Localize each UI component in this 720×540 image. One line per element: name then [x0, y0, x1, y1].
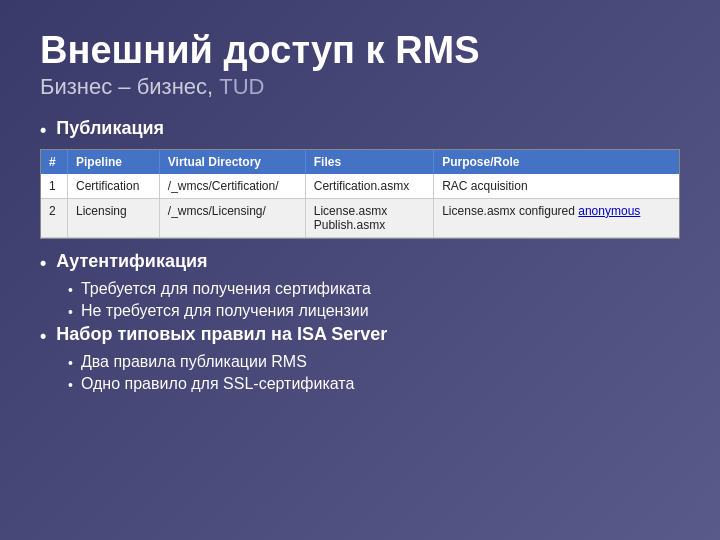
sub-bullet-dot-3: •: [68, 355, 73, 371]
publication-bullet: • Публикация: [40, 118, 680, 141]
rules-bullet: • Набор типовых правил на ISA Server: [40, 324, 680, 347]
row2-num: 2: [41, 198, 68, 237]
subtitle-tud: TUD: [219, 74, 264, 99]
col-virtual-dir: Virtual Directory: [159, 150, 305, 174]
rules-sub1-text: Два правила публикации RMS: [81, 353, 307, 371]
bullet-dot-publication: •: [40, 120, 46, 141]
row2-purpose: License.asmx configured anonymous: [434, 198, 679, 237]
row1-num: 1: [41, 174, 68, 199]
auth-sub2: • Не требуется для получения лицензии: [68, 302, 680, 320]
rules-sub2: • Одно правило для SSL-сертификата: [68, 375, 680, 393]
authentication-bullet: • Аутентификация: [40, 251, 680, 274]
rules-sub1: • Два правила публикации RMS: [68, 353, 680, 371]
rules-sub2-text: Одно правило для SSL-сертификата: [81, 375, 354, 393]
pipeline-table: # Pipeline Virtual Directory Files Purpo…: [41, 150, 679, 238]
publication-section: • Публикация # Pipeline Virtual Director…: [40, 118, 680, 239]
table-row: 2 Licensing /_wmcs/Licensing/ License.as…: [41, 198, 679, 237]
subtitle: Бизнес – бизнес, TUD: [40, 74, 680, 100]
auth-sub1: • Требуется для получения сертификата: [68, 280, 680, 298]
auth-sub1-text: Требуется для получения сертификата: [81, 280, 371, 298]
row2-virtual-dir: /_wmcs/Licensing/: [159, 198, 305, 237]
authentication-section: • Аутентификация • Требуется для получен…: [40, 251, 680, 320]
pipeline-table-wrapper: # Pipeline Virtual Directory Files Purpo…: [40, 149, 680, 239]
sub-bullet-dot-4: •: [68, 377, 73, 393]
row1-files: Certification.asmx: [305, 174, 433, 199]
sub-bullet-dot-2: •: [68, 304, 73, 320]
main-title: Внешний доступ к RMS: [40, 30, 680, 72]
anonymous-link[interactable]: anonymous: [578, 204, 640, 218]
row1-purpose: RAC acquisition: [434, 174, 679, 199]
bullet-dot-auth: •: [40, 253, 46, 274]
row2-files: License.asmxPublish.asmx: [305, 198, 433, 237]
rules-sub-bullets: • Два правила публикации RMS • Одно прав…: [68, 353, 680, 393]
main-bullet-list: • Аутентификация • Требуется для получен…: [40, 251, 680, 393]
rules-section: • Набор типовых правил на ISA Server • Д…: [40, 324, 680, 393]
table-header-row: # Pipeline Virtual Directory Files Purpo…: [41, 150, 679, 174]
bullet-dot-rules: •: [40, 326, 46, 347]
col-num: #: [41, 150, 68, 174]
publication-label: Публикация: [56, 118, 164, 139]
authentication-label: Аутентификация: [56, 251, 207, 272]
row1-virtual-dir: /_wmcs/Certification/: [159, 174, 305, 199]
auth-sub-bullets: • Требуется для получения сертификата • …: [68, 280, 680, 320]
col-purpose: Purpose/Role: [434, 150, 679, 174]
rules-label-server: ISA Server: [292, 324, 387, 344]
auth-sub2-text: Не требуется для получения лицензии: [81, 302, 369, 320]
col-files: Files: [305, 150, 433, 174]
table-row: 1 Certification /_wmcs/Certification/ Ce…: [41, 174, 679, 199]
sub-bullet-dot-1: •: [68, 282, 73, 298]
row2-pipeline: Licensing: [68, 198, 160, 237]
col-pipeline: Pipeline: [68, 150, 160, 174]
rules-label-text: Набор типовых правил на: [56, 324, 292, 344]
row1-pipeline: Certification: [68, 174, 160, 199]
title-block: Внешний доступ к RMS Бизнес – бизнес, TU…: [40, 30, 680, 100]
rules-label: Набор типовых правил на ISA Server: [56, 324, 387, 345]
subtitle-text: Бизнес – бизнес,: [40, 74, 219, 99]
